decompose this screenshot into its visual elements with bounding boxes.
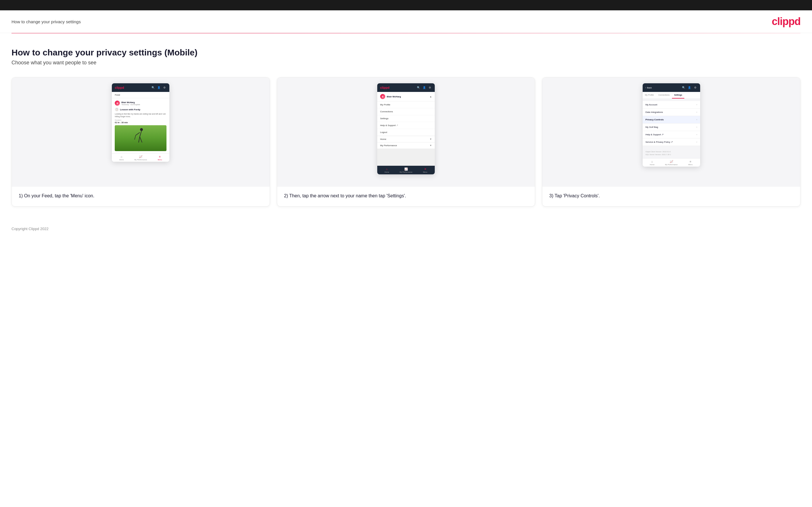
menu-label: Menu: [158, 159, 162, 161]
header: How to change your privacy settings clip…: [0, 10, 812, 33]
lesson-icon: 📋: [115, 107, 119, 111]
my-account-label: My Account: [646, 103, 657, 106]
tab-connections: Connections: [656, 92, 672, 99]
tab-settings: Settings: [672, 92, 684, 99]
home-icon-2: ⌂: [386, 167, 388, 171]
home-label-3: Home: [650, 164, 654, 165]
avatar: B: [115, 101, 120, 106]
nav-menu-1: ≡ Menu: [150, 155, 170, 161]
settings-item-golf-bag: My Golf Bag ›: [643, 123, 700, 131]
nav-menu-2: ✕ Menu: [415, 167, 435, 173]
data-integrations-label: Data Integrations: [646, 111, 663, 113]
mobile-icons-2: 🔍 👤 ⚙: [416, 86, 432, 90]
step-2-caption: 2) Then, tap the arrow next to your name…: [277, 187, 535, 206]
header-title: How to change your privacy settings: [11, 19, 81, 24]
svg-line-4: [136, 132, 140, 135]
back-button: ‹ Back: [646, 87, 652, 89]
svg-line-3: [140, 137, 142, 143]
golfer-silhouette: [134, 127, 148, 150]
nav-home-3: ⌂ Home: [643, 160, 662, 165]
page-heading: How to change your privacy settings (Mob…: [11, 48, 801, 57]
privacy-controls-chevron: ›: [697, 118, 697, 121]
nav-performance-2: 📈 My Performance: [397, 167, 416, 173]
back-label: Back: [647, 87, 652, 89]
lesson-text: Looking to feel like my hands are exitin…: [115, 113, 166, 118]
performance-label-3: My Performance: [665, 164, 678, 165]
back-chevron-icon: ‹: [646, 87, 646, 89]
step-2-mockup: clippd 🔍 👤 ⚙ B Blair McHarg ▲: [377, 83, 435, 174]
menu-label-2: Menu: [423, 171, 427, 173]
step-1-screenshot: clippd 🔍 👤 ⚙ Feed B: [12, 77, 270, 187]
feed-post: B Blair McHarg Yesterday · Sunningdale 📋…: [112, 98, 169, 153]
lesson-title: Lesson with Fordy: [120, 108, 140, 111]
dropdown-username: Blair McHarg: [387, 95, 401, 98]
home-label-2: Home: [385, 171, 389, 173]
bottom-nav-3: ⌂ Home 📈 My Performance ≡ Menu: [643, 158, 700, 167]
user-icon-2: 👤: [422, 86, 426, 90]
settings-header-icons: 🔍 👤 ⚙: [682, 86, 697, 90]
server-version: GQL Server Version: 2022.7.30-1: [646, 153, 697, 156]
performance-icon-2: 📈: [404, 167, 408, 171]
step-3-card: ‹ Back 🔍 👤 ⚙ My Profile Connections: [542, 77, 801, 207]
svg-line-1: [140, 131, 142, 137]
settings-icon-2: ⚙: [428, 86, 432, 90]
step-3-caption: 3) Tap 'Privacy Controls'.: [542, 187, 800, 206]
settings-icon-3: ⚙: [693, 86, 697, 90]
menu-item-my-profile: My Profile: [377, 101, 435, 108]
bottom-nav-2: ⌂ Home 📈 My Performance ✕ Menu: [377, 166, 435, 174]
section-performance-label: My Performance: [380, 144, 397, 147]
settings-list: My Account › Data Integrations › Privacy…: [643, 101, 700, 146]
close-icon: ✕: [424, 167, 426, 171]
steps-container: clippd 🔍 👤 ⚙ Feed B: [11, 77, 801, 207]
version-info: Clippd Client Version: 2022.8.3-3 GQL Se…: [643, 148, 700, 158]
golf-bag-label: My Golf Bag: [646, 126, 658, 128]
step-2-card: clippd 🔍 👤 ⚙ B Blair McHarg ▲: [277, 77, 536, 207]
golf-image: [115, 125, 166, 151]
search-icon-3: 🔍: [682, 86, 686, 90]
nav-performance-3: 📈 My Performance: [662, 160, 681, 165]
service-privacy-chevron: ›: [697, 141, 697, 143]
menu-item-connections: Connections: [377, 108, 435, 115]
section-performance: My Performance ▼: [377, 142, 435, 149]
menu-item-settings: Settings: [377, 115, 435, 122]
copyright-text: Copyright Clippd 2022: [11, 227, 49, 231]
nav-performance-1: 📈 My Performance: [131, 155, 150, 161]
logo: clippd: [772, 15, 801, 27]
settings-icon: ⚙: [162, 86, 166, 90]
section-home-label: Home: [380, 138, 386, 140]
nav-menu-3: ≡ Menu: [681, 160, 700, 165]
home-icon: ⌂: [121, 155, 122, 158]
user-icon-3: 👤: [688, 86, 692, 90]
menu-icon: ≡: [159, 155, 161, 158]
performance-label-2: My Performance: [400, 171, 412, 173]
footer: Copyright Clippd 2022: [0, 218, 812, 239]
mobile-header-1: clippd 🔍 👤 ⚙: [112, 83, 169, 92]
settings-item-privacy-controls: Privacy Controls ›: [643, 116, 700, 123]
menu-label-3: Menu: [689, 164, 693, 165]
client-version: Clippd Client Version: 2022.8.3-3: [646, 151, 697, 153]
svg-point-0: [140, 128, 143, 131]
help-support-chevron: ›: [697, 133, 697, 136]
nav-home-2: ⌂ Home: [377, 167, 397, 173]
performance-icon: 📈: [139, 155, 142, 158]
dropdown-user: B Blair McHarg: [380, 94, 401, 99]
data-integrations-chevron: ›: [697, 111, 697, 113]
duration-label: Duration: [115, 119, 166, 121]
section-performance-chevron: ▼: [429, 144, 432, 147]
bottom-nav-1: ⌂ Home 📈 My Performance ≡ Menu: [112, 153, 169, 162]
feed-tab: Feed: [112, 92, 169, 98]
performance-label: My Performance: [134, 159, 147, 161]
settings-item-help-support: Help & Support ↗ ›: [643, 131, 700, 138]
dropdown-user-row: B Blair McHarg ▲: [377, 92, 435, 101]
home-label: Home: [119, 159, 124, 161]
post-user-info: Blair McHarg Yesterday · Sunningdale: [121, 101, 140, 105]
mobile-header-2: clippd 🔍 👤 ⚙: [377, 83, 435, 92]
step-3-screenshot: ‹ Back 🔍 👤 ⚙ My Profile Connections: [542, 77, 800, 187]
settings-header: ‹ Back 🔍 👤 ⚙: [643, 83, 700, 92]
section-home-chevron: ▼: [429, 138, 432, 140]
settings-tabs: My Profile Connections Settings: [643, 92, 700, 99]
menu-item-help: Help & Support: [377, 122, 435, 129]
settings-item-data-integrations: Data Integrations ›: [643, 109, 700, 116]
step-3-mockup: ‹ Back 🔍 👤 ⚙ My Profile Connections: [643, 83, 700, 167]
help-support-label: Help & Support ↗: [646, 133, 664, 136]
